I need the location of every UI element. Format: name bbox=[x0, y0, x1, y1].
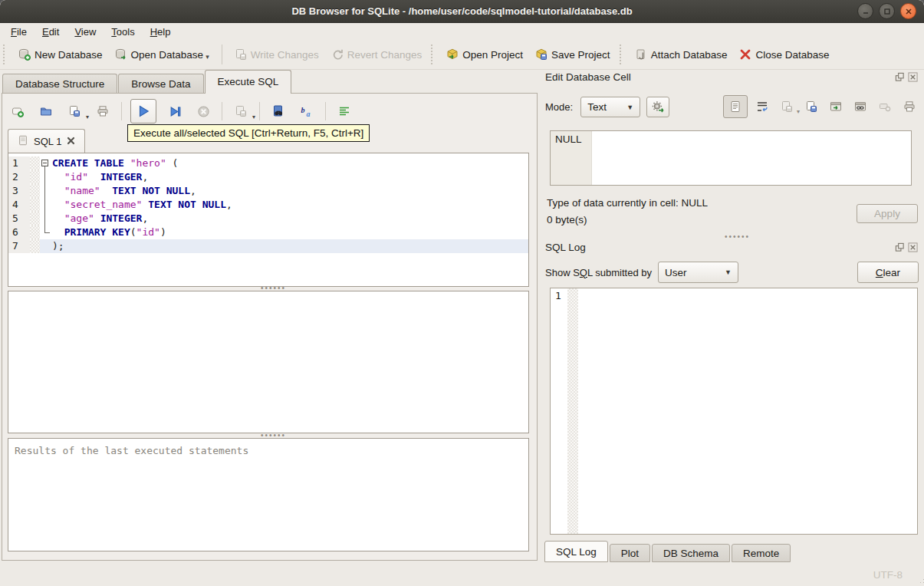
chevron-down-icon[interactable]: ▾ bbox=[206, 53, 209, 61]
new-tab-button[interactable] bbox=[8, 101, 28, 121]
svg-text:b: b bbox=[301, 106, 305, 114]
fold-column bbox=[40, 212, 52, 226]
cell-editor-area[interactable] bbox=[592, 131, 911, 185]
editor-line[interactable]: 5 "age" INTEGER, bbox=[8, 212, 528, 226]
fold-column bbox=[40, 170, 52, 184]
attach-database-button[interactable]: Attach Database bbox=[629, 44, 734, 64]
editor-line[interactable]: 1CREATE TABLE "hero" ( bbox=[8, 156, 528, 170]
save-project-button[interactable]: Save Project bbox=[529, 44, 617, 64]
fold-marker-icon[interactable] bbox=[40, 156, 52, 170]
encoding-indicator[interactable]: UTF-8 bbox=[873, 569, 903, 581]
set-null-button[interactable] bbox=[875, 97, 895, 117]
close-database-button[interactable]: Close Database bbox=[733, 44, 835, 64]
stop-button[interactable] bbox=[193, 101, 213, 121]
open-project-button[interactable]: Open Project bbox=[440, 44, 529, 64]
word-wrap-button[interactable] bbox=[752, 97, 772, 117]
close-button[interactable] bbox=[900, 3, 916, 19]
chevron-down-icon: ▾ bbox=[797, 108, 800, 115]
menu-file[interactable]: File bbox=[3, 25, 35, 39]
toolbar-handle[interactable] bbox=[620, 44, 626, 64]
menu-tools[interactable]: Tools bbox=[104, 25, 142, 39]
bottom-tab-bar: SQL LogPlotDB SchemaRemote bbox=[544, 541, 792, 562]
chevron-down-icon: ▼ bbox=[626, 104, 633, 111]
fold-column bbox=[40, 226, 52, 239]
save-results-button[interactable]: ▾ bbox=[231, 101, 251, 121]
save-sql-file-button[interactable]: ▾ bbox=[64, 101, 84, 121]
toolbar-handle[interactable] bbox=[3, 44, 9, 64]
fold-margin bbox=[30, 198, 40, 212]
log-line-number: 1 bbox=[551, 288, 567, 534]
fold-margin bbox=[30, 184, 40, 198]
execute-current-line-button[interactable] bbox=[165, 101, 185, 121]
close-panel-icon[interactable] bbox=[908, 72, 918, 82]
toolbar-separator bbox=[325, 102, 326, 120]
close-panel-icon[interactable] bbox=[908, 242, 918, 252]
tab-execute-sql[interactable]: Execute SQL bbox=[205, 70, 292, 94]
auto-completion-button[interactable]: ba bbox=[297, 101, 317, 121]
sql-log-filter-combobox[interactable]: User ▼ bbox=[658, 262, 738, 283]
close-tab-icon[interactable] bbox=[67, 136, 75, 146]
write-changes-button[interactable]: Write Changes bbox=[229, 44, 325, 64]
splitter-handle[interactable]: •••••• bbox=[261, 434, 286, 437]
tab-db-schema[interactable]: DB Schema bbox=[652, 544, 730, 562]
splitter-handle[interactable]: •••••• bbox=[261, 287, 286, 290]
toolbar-button-label: Open Database bbox=[131, 49, 204, 61]
print-button[interactable] bbox=[93, 101, 113, 121]
float-panel-icon[interactable] bbox=[895, 242, 905, 252]
minimize-button[interactable] bbox=[857, 3, 873, 19]
attach-icon bbox=[635, 48, 647, 61]
write-icon bbox=[235, 48, 247, 61]
import-from-file-button[interactable]: ▾ bbox=[777, 97, 797, 117]
apply-button[interactable]: Apply bbox=[857, 204, 918, 223]
chevron-down-icon[interactable]: ▾ bbox=[252, 114, 255, 120]
sql-editor[interactable]: 1CREATE TABLE "hero" (2 "id" INTEGER,3 "… bbox=[8, 153, 529, 287]
open-sql-file-button[interactable] bbox=[36, 101, 56, 121]
sql-file-tab-bar: SQL 1 bbox=[8, 129, 85, 153]
revert-changes-button[interactable]: Revert Changes bbox=[325, 44, 429, 64]
editor-line[interactable]: 3 "name" TEXT NOT NULL, bbox=[8, 184, 528, 198]
clear-log-button[interactable]: Clear bbox=[857, 262, 919, 283]
resize-grip[interactable] bbox=[920, 582, 921, 583]
titlebar[interactable]: DB Browser for SQLite - /home/user/code/… bbox=[0, 0, 924, 23]
export-to-file-button[interactable] bbox=[801, 97, 821, 117]
fold-margin bbox=[30, 156, 40, 170]
find-button[interactable] bbox=[268, 101, 288, 121]
mode-combobox[interactable]: Text ▼ bbox=[580, 97, 640, 117]
mode-value: Text bbox=[587, 101, 607, 113]
sql-log-view[interactable]: 1 bbox=[550, 288, 918, 535]
open-database-button[interactable]: Open Database▾ bbox=[109, 44, 215, 64]
copy-link-button[interactable] bbox=[850, 97, 870, 117]
float-panel-icon[interactable] bbox=[895, 72, 905, 82]
execute-all-button[interactable] bbox=[130, 99, 156, 123]
text-view-button[interactable] bbox=[723, 95, 748, 118]
tab-sql-1[interactable]: SQL 1 bbox=[8, 129, 85, 153]
new-database-button[interactable]: New Database bbox=[12, 44, 109, 64]
editor-line[interactable]: 2 "id" INTEGER, bbox=[8, 170, 528, 184]
splitter-handle[interactable]: •••••• bbox=[725, 235, 750, 239]
results-grid[interactable] bbox=[8, 291, 529, 433]
toolbar-button-label: Open Project bbox=[462, 49, 523, 61]
editor-line[interactable]: 7); bbox=[8, 239, 528, 253]
auto-switch-mode-button[interactable] bbox=[646, 97, 669, 117]
print-cell-button[interactable] bbox=[899, 97, 919, 117]
tab-plot[interactable]: Plot bbox=[610, 544, 650, 562]
menu-view[interactable]: View bbox=[67, 25, 104, 39]
maximize-button[interactable] bbox=[879, 3, 895, 19]
tab-database-structure[interactable]: Database Structure bbox=[2, 74, 117, 94]
line-number: 1 bbox=[8, 156, 30, 170]
menu-help[interactable]: Help bbox=[143, 25, 179, 39]
open-in-external-app-button[interactable] bbox=[826, 97, 846, 117]
window-title: DB Browser for SQLite - /home/user/code/… bbox=[0, 0, 924, 22]
line-number: 2 bbox=[8, 170, 30, 184]
tab-sql-log[interactable]: SQL Log bbox=[544, 541, 608, 562]
cell-editor[interactable]: NULL bbox=[550, 130, 912, 186]
chevron-down-icon: ▼ bbox=[725, 268, 732, 276]
editor-line[interactable]: 6 PRIMARY KEY("id") bbox=[8, 226, 528, 239]
tab-remote[interactable]: Remote bbox=[732, 544, 791, 562]
editor-line[interactable]: 4 "secret_name" TEXT NOT NULL, bbox=[8, 198, 528, 212]
tab-browse-data[interactable]: Browse Data bbox=[118, 74, 203, 94]
toolbar-handle[interactable] bbox=[431, 44, 437, 64]
format-sql-button[interactable] bbox=[334, 101, 354, 121]
chevron-down-icon[interactable]: ▾ bbox=[86, 114, 89, 120]
menu-edit[interactable]: Edit bbox=[35, 25, 67, 39]
